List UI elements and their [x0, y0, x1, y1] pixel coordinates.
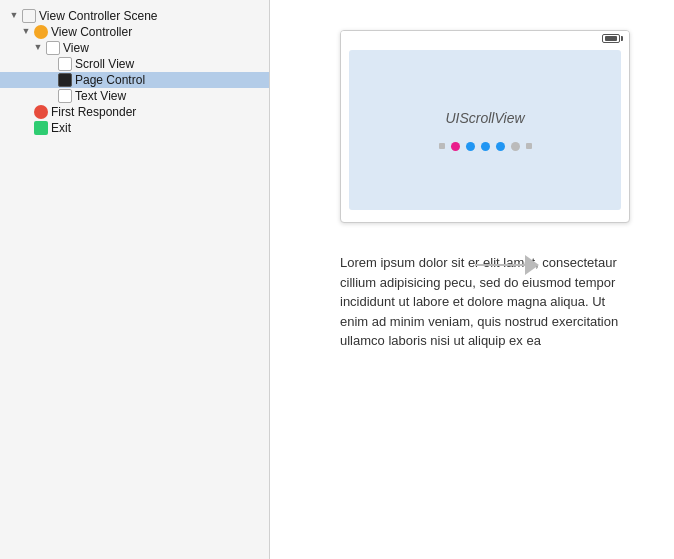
page-dots [439, 142, 532, 151]
scroll-view-label: UIScrollView [445, 110, 524, 126]
scroll-view-item[interactable]: Scroll View [0, 56, 269, 72]
vc-label: View Controller [51, 25, 132, 39]
scene-icon [22, 9, 36, 23]
battery-tip [621, 36, 623, 41]
exit-icon [34, 121, 48, 135]
dot-7 [526, 143, 532, 149]
text-view-label: Text View [75, 89, 126, 103]
view-label: View [63, 41, 89, 55]
dot-5 [496, 142, 505, 151]
scroll-label: Scroll View [75, 57, 134, 71]
scroll-icon [58, 57, 72, 71]
arrow [475, 255, 539, 275]
dot-6 [511, 142, 520, 151]
scene-label: View Controller Scene [39, 9, 158, 23]
phone-mockup: UIScrollView [340, 30, 630, 223]
text-view-item[interactable]: Text View [0, 88, 269, 104]
scroll-view-area: UIScrollView [349, 50, 621, 210]
sidebar: ▼ View Controller Scene ▼ View Controlle… [0, 0, 270, 559]
first-responder-item[interactable]: First Responder [0, 104, 269, 120]
exit-item[interactable]: Exit [0, 120, 269, 136]
battery-icon [602, 34, 623, 43]
vc-icon [34, 25, 48, 39]
disclosure-view[interactable]: ▼ [32, 42, 44, 54]
arrow-head [525, 255, 539, 275]
dot-3 [466, 142, 475, 151]
exit-label: Exit [51, 121, 71, 135]
arrow-container [475, 255, 539, 275]
responder-icon [34, 105, 48, 119]
page-control-label: Page Control [75, 73, 145, 87]
vc-item[interactable]: ▼ View Controller [0, 24, 269, 40]
first-responder-label: First Responder [51, 105, 136, 119]
dot-2 [451, 142, 460, 151]
main-area: UIScrollView Lorem ipsum dolor sit er e [270, 0, 674, 559]
battery-body [602, 34, 620, 43]
disclosure-vc[interactable]: ▼ [20, 26, 32, 38]
arrow-shaft [475, 264, 525, 266]
view-icon [46, 41, 60, 55]
scene-item[interactable]: ▼ View Controller Scene [0, 8, 269, 24]
status-bar [341, 31, 629, 46]
view-item[interactable]: ▼ View [0, 40, 269, 56]
disclosure-scene[interactable]: ▼ [8, 10, 20, 22]
text-icon [58, 89, 72, 103]
page-control-item[interactable]: Page Control [0, 72, 269, 88]
dot-4 [481, 142, 490, 151]
dot-1 [439, 143, 445, 149]
page-control-icon [58, 73, 72, 87]
